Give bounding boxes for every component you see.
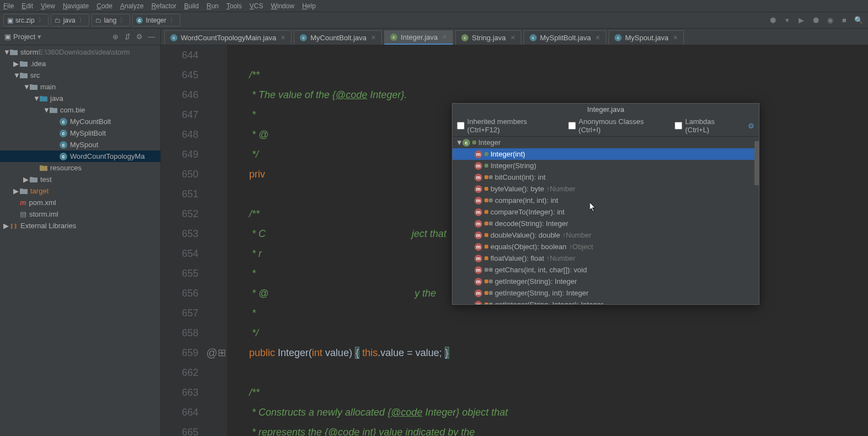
tree-item-main[interactable]: ▼main: [0, 81, 160, 93]
breadcrumbs[interactable]: ▣src.zip〉🗀java〉🗀lang〉cInteger〉: [3, 14, 182, 26]
breadcrumb-java[interactable]: 🗀java〉: [51, 14, 89, 26]
menu-file[interactable]: File: [3, 2, 14, 10]
collapse-icon[interactable]: ⇵: [123, 33, 132, 41]
editor: cWordCountTopologyMain.java✕cMyCountBolt…: [161, 29, 868, 436]
close-icon[interactable]: ✕: [442, 34, 447, 41]
project-dropdown-icon[interactable]: ▣: [4, 33, 11, 41]
tree-item-target[interactable]: ▶target: [0, 185, 160, 197]
breadcrumb-Integer[interactable]: cInteger〉: [132, 14, 180, 26]
editor-tabs[interactable]: cWordCountTopologyMain.java✕cMyCountBolt…: [161, 29, 868, 45]
project-panel: ▣ Project ▾ ⊕ ⇵ ⚙ ― ▼storm E:\360Downloa…: [0, 29, 161, 436]
menu-tools[interactable]: Tools: [227, 2, 242, 10]
structure-popup[interactable]: Integer.java Inherited members (Ctrl+F12…: [452, 103, 759, 305]
menu-vcs[interactable]: VCS: [250, 2, 263, 10]
tab-MyCountBolt.java[interactable]: cMyCountBolt.java✕: [294, 30, 382, 45]
navigation-bar: ▣src.zip〉🗀java〉🗀lang〉cInteger〉 ⬢ ▾ ▶ ⬢ ◉…: [0, 12, 868, 29]
tree-item-MySplitBolt[interactable]: cMySplitBolt: [0, 127, 160, 139]
method-icon: m: [475, 220, 482, 228]
checkbox[interactable]: [457, 122, 465, 130]
popup-option[interactable]: Anonymous Classes (Ctrl+I): [568, 117, 667, 134]
structure-item[interactable]: mfloatValue(): float↑Number: [452, 252, 759, 264]
project-tree[interactable]: ▼storm E:\360Downloads\idea\storm▶.idea▼…: [0, 45, 160, 436]
tree-item-WordCountTopologyMa[interactable]: cWordCountTopologyMa: [0, 150, 160, 162]
dropdown-icon[interactable]: ▾: [37, 33, 41, 41]
locate-icon[interactable]: ⊕: [111, 33, 120, 41]
method-icon: m: [475, 232, 482, 239]
menu-refactor[interactable]: Refactor: [152, 2, 176, 10]
gutter-marks[interactable]: @ ⊞: [205, 45, 227, 436]
method-icon: m: [475, 278, 482, 286]
menu-code[interactable]: Code: [96, 2, 112, 10]
method-icon: m: [475, 185, 482, 193]
structure-item[interactable]: mcompareTo(Integer): int: [452, 206, 759, 218]
gear-icon[interactable]: ⚙: [135, 33, 144, 41]
toolbar-right[interactable]: ⬢ ▾ ▶ ⬢ ◉ ■ 🔍: [767, 14, 865, 26]
close-icon[interactable]: ✕: [281, 34, 285, 41]
tree-item-test[interactable]: ▶test: [0, 174, 160, 185]
menu-analyze[interactable]: Analyze: [120, 2, 144, 10]
tree-item-resources[interactable]: resources: [0, 162, 160, 174]
structure-item[interactable]: mgetChars(int, int, char[]): void: [452, 264, 759, 276]
structure-item[interactable]: mcompare(int, int): int: [452, 195, 759, 206]
menubar[interactable]: FileEditViewNavigateCodeAnalyzeRefactorB…: [0, 0, 868, 12]
tab-Integer.java[interactable]: cInteger.java✕: [384, 30, 453, 45]
breadcrumb-src.zip[interactable]: ▣src.zip〉: [3, 14, 48, 26]
tree-item-src[interactable]: ▼src: [0, 69, 160, 81]
structure-item[interactable]: mdoubleValue(): double↑Number: [452, 229, 759, 241]
structure-root[interactable]: ▼cInteger: [452, 137, 759, 148]
checkbox[interactable]: [568, 122, 576, 130]
close-icon[interactable]: ✕: [510, 34, 515, 41]
structure-item[interactable]: mInteger(String): [452, 160, 759, 171]
tab-WordCountTopologyMain.java[interactable]: cWordCountTopologyMain.java✕: [164, 30, 292, 45]
structure-item[interactable]: mdecode(String): Integer: [452, 218, 759, 229]
structure-item[interactable]: mequals(Object): boolean↑Object: [452, 241, 759, 252]
structure-item[interactable]: mbyteValue(): byte↑Number: [452, 183, 759, 195]
checkbox[interactable]: [675, 122, 682, 130]
popup-list[interactable]: ▼cIntegermInteger(int)mInteger(String)mb…: [452, 137, 759, 304]
coverage-icon[interactable]: ◉: [824, 14, 836, 26]
tab-MySplitBolt.java[interactable]: cMySplitBolt.java✕: [524, 30, 606, 45]
structure-item[interactable]: mgetInteger(String): Integer: [452, 276, 759, 287]
structure-item[interactable]: mbitCount(int): int: [452, 171, 759, 183]
breadcrumb-lang[interactable]: 🗀lang〉: [91, 14, 131, 26]
method-icon: m: [475, 243, 482, 251]
structure-item[interactable]: mInteger(int): [452, 148, 759, 160]
run-icon[interactable]: ▶: [795, 14, 807, 26]
menu-run[interactable]: Run: [207, 2, 219, 10]
build-icon[interactable]: ⬢: [767, 14, 779, 26]
tree-item-java[interactable]: ▼java: [0, 93, 160, 104]
panel-title[interactable]: Project: [13, 33, 35, 41]
menu-navigate[interactable]: Navigate: [63, 2, 89, 10]
tree-item-.idea[interactable]: ▶.idea: [0, 58, 160, 69]
gear-icon[interactable]: ⚙: [748, 122, 754, 130]
popup-scrollbar[interactable]: [754, 137, 759, 304]
popup-option[interactable]: Inherited members (Ctrl+F12): [457, 117, 560, 134]
tree-item-storm.iml[interactable]: ▤storm.iml: [0, 208, 160, 220]
tab-String.java[interactable]: cString.java✕: [455, 30, 521, 45]
tree-item-com.bie[interactable]: ▼com.bie: [0, 104, 160, 116]
menu-edit[interactable]: Edit: [21, 2, 33, 10]
structure-item[interactable]: mgetInteger(String, Integer): Integer: [452, 299, 759, 304]
close-icon[interactable]: ✕: [673, 34, 678, 41]
close-icon[interactable]: ✕: [595, 34, 600, 41]
search-icon[interactable]: 🔍: [853, 14, 865, 26]
tab-MySpout.java[interactable]: cMySpout.java✕: [608, 30, 684, 45]
menu-view[interactable]: View: [41, 2, 55, 10]
stop-icon[interactable]: ■: [838, 14, 850, 26]
method-icon: m: [475, 266, 482, 274]
tree-item-storm[interactable]: ▼storm E:\360Downloads\idea\storm: [0, 46, 160, 58]
run-config-dropdown[interactable]: ▾: [781, 14, 793, 26]
debug-icon[interactable]: ⬢: [810, 14, 822, 26]
tree-item-External Libraries[interactable]: ▶⫿⫿External Libraries: [0, 220, 160, 232]
menu-build[interactable]: Build: [184, 2, 199, 10]
tree-item-pom.xml[interactable]: mpom.xml: [0, 197, 160, 208]
tree-item-MyCountBolt[interactable]: cMyCountBolt: [0, 116, 160, 127]
structure-item[interactable]: mgetInteger(String, int): Integer: [452, 287, 759, 299]
menu-window[interactable]: Window: [271, 2, 294, 10]
hide-icon[interactable]: ―: [147, 33, 156, 41]
close-icon[interactable]: ✕: [371, 34, 376, 41]
tree-item-MySpout[interactable]: cMySpout: [0, 139, 160, 150]
menu-help[interactable]: Help: [302, 2, 316, 10]
method-icon: m: [475, 289, 482, 297]
popup-option[interactable]: Lambdas (Ctrl+L): [675, 117, 740, 134]
